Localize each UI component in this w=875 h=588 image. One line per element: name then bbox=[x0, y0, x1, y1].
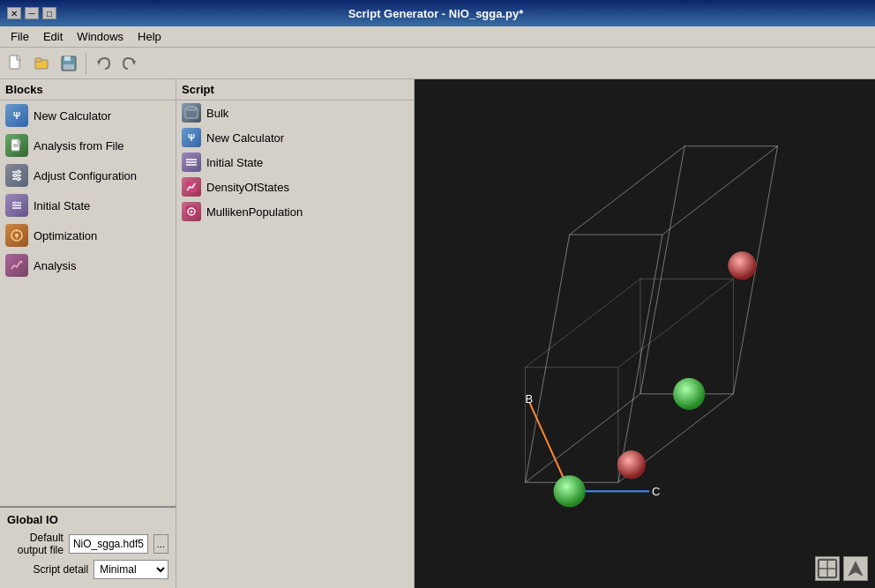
viewport-svg: C B A bbox=[415, 79, 875, 549]
svg-point-16 bbox=[17, 177, 20, 181]
svg-point-33 bbox=[191, 211, 193, 213]
block-initial-state[interactable]: Initial State bbox=[0, 190, 176, 220]
new-file-button[interactable] bbox=[4, 51, 28, 76]
maximize-button[interactable]: □ bbox=[42, 7, 56, 19]
script-new-calculator[interactable]: Ψ New Calculator bbox=[176, 125, 414, 150]
svg-point-54 bbox=[728, 251, 756, 279]
initial-state-icon bbox=[5, 194, 28, 217]
menu-edit[interactable]: Edit bbox=[36, 28, 70, 45]
script-initial-state[interactable]: Initial State bbox=[176, 150, 414, 175]
script-detail-label: Script detail bbox=[7, 563, 88, 576]
svg-point-15 bbox=[13, 174, 17, 177]
optimization-icon bbox=[5, 224, 28, 247]
redo-button[interactable] bbox=[117, 51, 142, 76]
svg-marker-7 bbox=[132, 61, 136, 65]
analysis-icon bbox=[5, 254, 28, 277]
mulliken-icon bbox=[182, 202, 201, 221]
global-io-section: Global IO Default output file ... Script… bbox=[0, 506, 176, 588]
browse-button[interactable]: ... bbox=[153, 534, 168, 554]
save-file-button[interactable] bbox=[56, 51, 81, 76]
default-output-input[interactable] bbox=[69, 534, 148, 554]
script-header: Script bbox=[176, 79, 414, 100]
svg-text:C: C bbox=[652, 485, 660, 498]
left-panel: Blocks Ψ New Calculator Analysis from Fi… bbox=[0, 79, 176, 588]
viewport-bottom-toolbar bbox=[815, 556, 868, 581]
bulk-label: Bulk bbox=[206, 107, 228, 120]
close-button[interactable]: ✕ bbox=[7, 7, 21, 19]
menu-windows[interactable]: Windows bbox=[70, 28, 131, 45]
menu-bar: File Edit Windows Help bbox=[0, 26, 875, 48]
new-calculator-icon: Ψ bbox=[5, 104, 28, 127]
script-dos[interactable]: DensityOfStates bbox=[176, 175, 414, 199]
open-file-button[interactable] bbox=[30, 51, 55, 76]
script-section: Script Bulk Ψ New Calculator bbox=[176, 79, 414, 588]
mulliken-label: MullikenPopulation bbox=[206, 205, 303, 219]
frame-view-button[interactable] bbox=[815, 556, 840, 581]
svg-point-51 bbox=[554, 475, 586, 507]
window-controls[interactable]: ✕ ─ □ bbox=[7, 7, 56, 19]
script-mulliken[interactable]: MullikenPopulation bbox=[176, 199, 414, 224]
svg-point-14 bbox=[17, 170, 20, 174]
bulk-icon bbox=[182, 103, 201, 123]
blocks-section: Blocks Ψ New Calculator Analysis from Fi… bbox=[0, 79, 176, 506]
script-detail-row: Script detail Minimal Normal Verbose bbox=[7, 560, 168, 579]
svg-rect-26 bbox=[187, 107, 196, 110]
new-calculator-label: New Calculator bbox=[34, 109, 111, 123]
window-title: Script Generator - NiO_sgga.py* bbox=[56, 7, 815, 20]
toolbar bbox=[0, 48, 875, 79]
block-analysis-from-file[interactable]: Analysis from File bbox=[0, 130, 176, 160]
svg-marker-58 bbox=[848, 561, 863, 576]
navigate-button[interactable] bbox=[843, 556, 868, 581]
adjust-configuration-label: Adjust Configuration bbox=[34, 169, 137, 182]
main-layout: Blocks Ψ New Calculator Analysis from Fi… bbox=[0, 79, 875, 588]
block-analysis[interactable]: Analysis bbox=[0, 250, 176, 280]
menu-help[interactable]: Help bbox=[131, 28, 168, 45]
default-output-label: Default output file bbox=[7, 532, 64, 556]
script-detail-select[interactable]: Minimal Normal Verbose bbox=[93, 560, 168, 579]
default-output-row: Default output file ... bbox=[7, 532, 168, 556]
svg-text:B: B bbox=[525, 392, 533, 406]
block-adjust-configuration[interactable]: Adjust Configuration bbox=[0, 160, 176, 190]
optimization-label: Optimization bbox=[34, 229, 97, 242]
center-panel: Script Bulk Ψ New Calculator bbox=[176, 79, 415, 588]
svg-rect-5 bbox=[64, 64, 74, 70]
title-bar: ✕ ─ □ Script Generator - NiO_sgga.py* bbox=[0, 0, 875, 26]
minimize-button[interactable]: ─ bbox=[25, 7, 39, 19]
svg-point-53 bbox=[617, 450, 646, 479]
viewport: C B A bbox=[415, 79, 875, 588]
script-new-calculator-label: New Calculator bbox=[206, 131, 284, 145]
toolbar-sep-1 bbox=[86, 53, 86, 74]
block-optimization[interactable]: Optimization bbox=[0, 220, 176, 250]
svg-rect-4 bbox=[64, 56, 71, 61]
menu-file[interactable]: File bbox=[4, 28, 36, 45]
analysis-label: Analysis bbox=[34, 259, 76, 272]
script-new-calculator-icon: Ψ bbox=[182, 128, 201, 147]
initial-state-label: Initial State bbox=[34, 199, 90, 212]
adjust-configuration-icon bbox=[5, 164, 28, 187]
dos-icon bbox=[182, 177, 201, 197]
svg-point-52 bbox=[673, 378, 705, 410]
script-initial-state-icon bbox=[182, 153, 201, 172]
script-bulk[interactable]: Bulk bbox=[176, 100, 414, 125]
analysis-from-file-label: Analysis from File bbox=[34, 139, 124, 153]
analysis-from-file-icon bbox=[5, 134, 28, 157]
dos-label: DensityOfStates bbox=[206, 181, 289, 194]
svg-marker-20 bbox=[14, 201, 19, 205]
script-initial-state-label: Initial State bbox=[206, 156, 263, 169]
block-new-calculator[interactable]: Ψ New Calculator bbox=[0, 100, 176, 130]
undo-button[interactable] bbox=[91, 51, 116, 76]
global-io-title: Global IO bbox=[7, 513, 168, 526]
blocks-header: Blocks bbox=[0, 79, 176, 100]
svg-marker-6 bbox=[97, 61, 101, 65]
svg-rect-2 bbox=[35, 58, 41, 62]
